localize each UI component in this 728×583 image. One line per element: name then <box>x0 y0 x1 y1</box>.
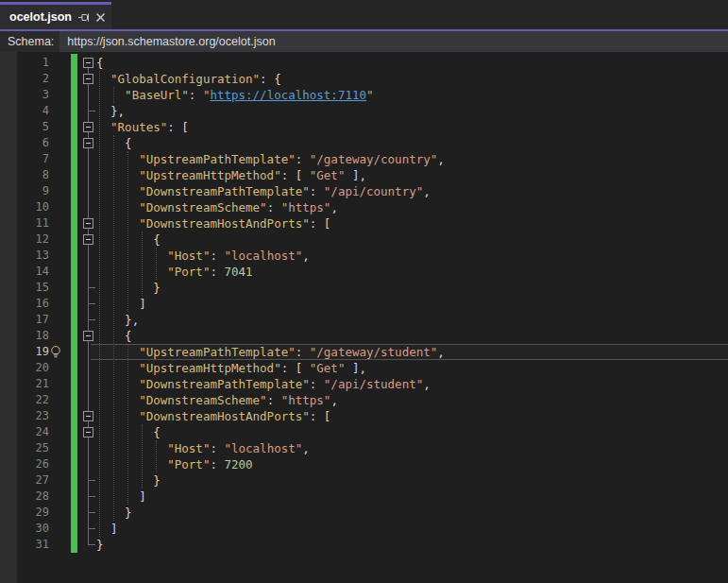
code-text: "UpstreamPathTemplate": "/gateway/studen… <box>96 344 445 360</box>
line-number: 27 <box>0 472 49 489</box>
code-line[interactable]: 15 } <box>0 280 728 296</box>
line-number: 23 <box>0 408 49 424</box>
schema-label: Schema: <box>0 31 59 52</box>
code-text: "DownstreamHostAndPorts": [ <box>96 408 330 424</box>
code-text: { <box>96 55 104 71</box>
code-text: }, <box>96 312 139 328</box>
code-text: "Routes": [ <box>96 119 189 135</box>
code-text: ] <box>96 489 146 505</box>
code-text: "DownstreamPathTemplate": "/api/country"… <box>96 183 431 199</box>
code-text: ] <box>96 296 146 312</box>
pin-icon[interactable] <box>77 10 90 24</box>
code-editor[interactable]: 1{2 "GlobalConfiguration": {3 "BaseUrl":… <box>0 52 728 583</box>
line-number: 30 <box>0 521 49 537</box>
line-number: 15 <box>0 280 49 296</box>
code-line[interactable]: 5 "Routes": [ <box>0 119 728 135</box>
line-number: 16 <box>0 296 49 312</box>
code-line[interactable]: 17 }, <box>0 312 728 328</box>
code-line[interactable]: 23 "DownstreamHostAndPorts": [ <box>0 408 728 424</box>
line-number: 7 <box>0 151 49 167</box>
close-icon[interactable] <box>95 10 106 24</box>
code-line[interactable]: 4 }, <box>0 103 728 119</box>
line-number: 25 <box>0 440 49 456</box>
code-line[interactable]: 29 } <box>0 505 728 521</box>
code-line[interactable]: 13 "Host": "localhost", <box>0 248 728 264</box>
code-text: ] <box>96 521 118 537</box>
code-line[interactable]: 7 "UpstreamPathTemplate": "/gateway/coun… <box>0 151 728 167</box>
line-number: 11 <box>0 215 49 231</box>
code-line[interactable]: 6 { <box>0 135 728 151</box>
code-text: "UpstreamHttpMethod": [ "Get" ], <box>96 360 366 376</box>
code-line[interactable]: 14 "Port": 7041 <box>0 264 728 280</box>
code-line[interactable]: 2 "GlobalConfiguration": { <box>0 71 728 87</box>
code-text: }, <box>96 103 125 119</box>
schema-url-combobox[interactable]: https://json.schemastore.org/ocelot.json <box>59 31 728 52</box>
tab-bar: ocelot.json <box>0 0 728 29</box>
code-text: "Host": "localhost", <box>96 440 310 456</box>
line-number: 29 <box>0 505 49 521</box>
line-number: 26 <box>0 456 49 472</box>
line-number: 20 <box>0 360 49 376</box>
code-text: } <box>96 505 132 521</box>
line-number: 4 <box>0 103 49 119</box>
code-text: "DownstreamPathTemplate": "/api/student"… <box>96 376 431 392</box>
line-number: 2 <box>0 71 49 87</box>
line-number: 5 <box>0 119 49 135</box>
code-text: { <box>96 328 132 344</box>
code-line[interactable]: 24 { <box>0 424 728 440</box>
tab-ocelot-json[interactable]: ocelot.json <box>0 2 111 29</box>
code-line[interactable]: 25 "Host": "localhost", <box>0 440 728 456</box>
code-text: "Port": 7200 <box>96 456 253 472</box>
code-text: "UpstreamHttpMethod": [ "Get" ], <box>96 167 366 183</box>
code-line[interactable]: 8 "UpstreamHttpMethod": [ "Get" ], <box>0 167 728 183</box>
code-line[interactable]: 1{ <box>0 55 728 71</box>
code-text: "DownstreamScheme": "https", <box>96 199 338 215</box>
tab-label: ocelot.json <box>9 10 72 24</box>
code-line[interactable]: 31} <box>0 537 728 553</box>
code-text: "BaseUrl": "https://localhost:7110" <box>96 87 374 103</box>
line-number: 12 <box>0 231 49 248</box>
line-number: 31 <box>0 537 49 553</box>
code-line[interactable]: 22 "DownstreamScheme": "https", <box>0 392 728 408</box>
code-text: } <box>96 537 104 553</box>
code-text: "GlobalConfiguration": { <box>96 71 281 87</box>
code-rows: 1{2 "GlobalConfiguration": {3 "BaseUrl":… <box>0 55 728 553</box>
code-text: "Host": "localhost", <box>96 248 310 264</box>
code-text: "Port": 7041 <box>96 264 253 280</box>
code-line[interactable]: 3 "BaseUrl": "https://localhost:7110" <box>0 87 728 103</box>
code-text: "UpstreamPathTemplate": "/gateway/countr… <box>96 151 445 167</box>
code-line[interactable]: 11 "DownstreamHostAndPorts": [ <box>0 215 728 231</box>
line-number: 22 <box>0 392 49 408</box>
line-number: 9 <box>0 183 49 199</box>
code-line[interactable]: 21 "DownstreamPathTemplate": "/api/stude… <box>0 376 728 392</box>
code-text: "DownstreamHostAndPorts": [ <box>96 215 330 231</box>
line-number: 3 <box>0 87 49 103</box>
line-number: 24 <box>0 424 49 440</box>
line-number: 13 <box>0 248 49 264</box>
code-text: { <box>96 135 132 151</box>
code-line[interactable]: 28 ] <box>0 489 728 505</box>
code-line[interactable]: 18 { <box>0 328 728 344</box>
line-number: 21 <box>0 376 49 392</box>
code-line[interactable]: 30 ] <box>0 521 728 537</box>
code-text: { <box>96 424 161 440</box>
line-number: 10 <box>0 199 49 215</box>
code-line[interactable]: 16 ] <box>0 296 728 312</box>
code-line[interactable]: 27 } <box>0 472 728 489</box>
line-number: 14 <box>0 264 49 280</box>
line-number: 6 <box>0 135 49 151</box>
line-number: 18 <box>0 328 49 344</box>
line-number: 1 <box>0 55 49 71</box>
line-number: 19 <box>0 344 49 360</box>
schema-bar: Schema: https://json.schemastore.org/oce… <box>0 31 728 52</box>
code-line[interactable]: 12 { <box>0 231 728 248</box>
code-line[interactable]: 20 "UpstreamHttpMethod": [ "Get" ], <box>0 360 728 376</box>
code-line[interactable]: 19 "UpstreamPathTemplate": "/gateway/stu… <box>0 344 728 360</box>
code-line[interactable]: 10 "DownstreamScheme": "https", <box>0 199 728 215</box>
code-line[interactable]: 9 "DownstreamPathTemplate": "/api/countr… <box>0 183 728 199</box>
line-number: 28 <box>0 489 49 505</box>
line-number: 8 <box>0 167 49 183</box>
code-text: { <box>96 231 161 248</box>
code-line[interactable]: 26 "Port": 7200 <box>0 456 728 472</box>
code-text: } <box>96 280 161 296</box>
